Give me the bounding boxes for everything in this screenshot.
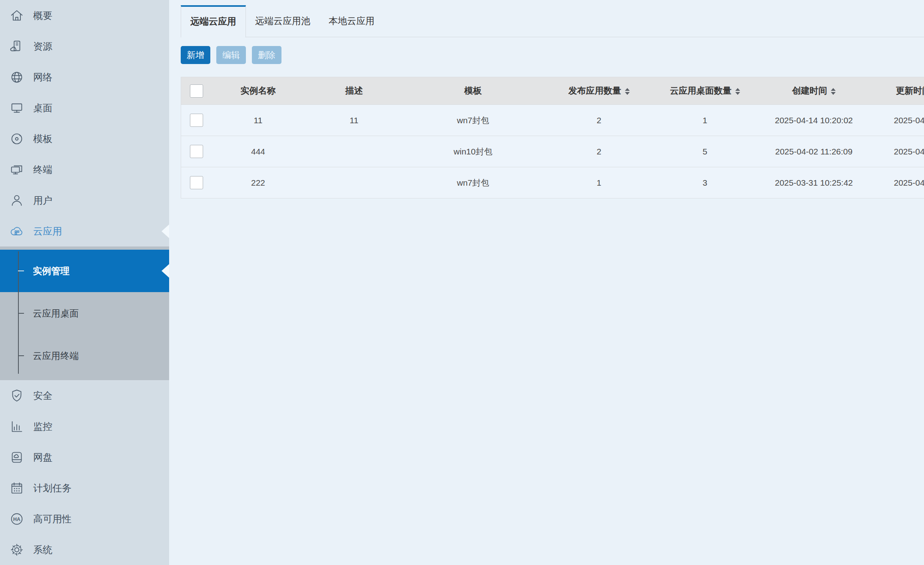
submenu-item-cloud-app-terminal[interactable]: 云应用终端 [0,335,169,377]
column-header-label: 更新时间 [896,86,924,96]
cell-cloud_desktop_count: 3 [656,167,754,198]
cell-cloud_desktop_count: 1 [656,105,754,136]
sort-icon[interactable] [735,88,740,95]
sidebar-item-system[interactable]: 系统 [0,534,169,565]
selected-edge-arrow [162,224,169,238]
svg-text:HA: HA [13,516,20,522]
sidebar-item-resource[interactable]: 资源 [0,31,169,62]
system-icon [9,542,24,557]
column-header-published_app_count[interactable]: 发布应用数量 [542,77,656,105]
tab-2[interactable]: 本地云应用 [319,5,384,37]
sidebar-item-home[interactable]: 概要 [0,0,169,31]
cell-instance_name: 444 [212,136,304,167]
submenu-item-cloud-app-desktop[interactable]: 云应用桌面 [0,292,169,335]
table-row: 222wn7封包132025-03-31 10:25:422025-04-03 [181,167,924,198]
cell-template: wn7封包 [404,105,542,136]
select-all-checkbox[interactable] [190,84,203,98]
cell-published_app_count: 2 [542,105,656,136]
tab-1[interactable]: 远端云应用池 [246,5,319,37]
row-checkbox[interactable] [190,114,203,127]
sort-icon[interactable] [831,88,836,95]
column-header-cloud_desktop_count[interactable]: 云应用桌面数量 [656,77,754,105]
tab-0[interactable]: 远端云应用 [181,5,246,38]
cell-instance_name: 11 [212,105,304,136]
row-checkbox-cell [181,105,212,136]
sidebar-item-template[interactable]: 模板 [0,123,169,154]
column-header-template: 模板 [404,77,542,105]
home-icon [9,8,24,23]
table-body: 1111wn7封包212025-04-14 10:20:022025-04-14… [181,105,924,198]
column-header-instance_name: 实例名称 [212,77,304,105]
cell-description [304,167,404,198]
toolbar: 新增 编辑 删除 [181,46,924,64]
selected-edge-arrow [162,264,169,278]
row-checkbox[interactable] [190,176,203,189]
sidebar-item-label: 网络 [33,71,52,84]
desktop-icon [9,100,24,116]
sidebar-item-label: 安全 [33,389,52,402]
sidebar-item-label: 系统 [33,543,52,556]
cell-published_app_count: 1 [542,167,656,198]
column-header-label: 云应用桌面数量 [670,86,732,96]
submenu-item-instance-management[interactable]: 实例管理 [0,250,169,292]
monitoring-icon [9,419,24,434]
sidebar-item-network[interactable]: 网络 [0,62,169,92]
header-select-all-cell [181,77,212,105]
ha-icon: HA [9,511,24,527]
submenu-item-label: 云应用终端 [33,350,79,362]
sidebar: 概要资源网络桌面模板终端用户云应用 实例管理云应用桌面云应用终端 安全监控网盘计… [0,0,169,565]
table-row: 444win10封包252025-04-02 11:26:092025-04-0… [181,136,924,167]
user-icon [9,193,24,208]
column-header-description: 描述 [304,77,404,105]
edit-button[interactable]: 编辑 [216,46,246,64]
sidebar-item-label: 桌面 [33,102,52,114]
add-button[interactable]: 新增 [181,46,210,64]
cell-description: 11 [304,105,404,136]
cell-template: wn7封包 [404,167,542,198]
cell-created_at: 2025-04-14 10:20:02 [754,105,874,136]
column-header-updated_at[interactable]: 更新时间 [874,77,924,105]
sort-icon[interactable] [625,88,630,95]
sidebar-item-label: 监控 [33,420,52,433]
schedule-icon [9,481,24,496]
terminal-icon [9,162,24,177]
sidebar-item-label: 网盘 [33,451,52,464]
column-header-created_at[interactable]: 创建时间 [754,77,874,105]
sidebar-top-group: 概要资源网络桌面模板终端用户云应用 [0,0,169,246]
row-checkbox-cell [181,167,212,198]
sidebar-item-schedule[interactable]: 计划任务 [0,473,169,503]
sidebar-item-netdisk[interactable]: 网盘 [0,442,169,473]
table-header-row: 实例名称描述模板发布应用数量云应用桌面数量创建时间更新时间 [181,77,924,105]
sidebar-item-label: 用户 [33,194,52,207]
sidebar-item-ha[interactable]: HA高可用性 [0,503,169,534]
tree-tick [18,270,24,271]
sidebar-item-label: 概要 [33,9,52,22]
cloud-app-submenu: 实例管理云应用桌面云应用终端 [0,246,169,380]
sidebar-item-monitoring[interactable]: 监控 [0,411,169,442]
tree-tick [18,313,24,314]
sidebar-item-user[interactable]: 用户 [0,185,169,216]
sidebar-item-label: 终端 [33,163,52,176]
cell-updated_at: 2025-04-14 [874,105,924,136]
cell-template: win10封包 [404,136,542,167]
sidebar-item-label: 高可用性 [33,513,72,525]
column-header-label: 发布应用数量 [569,86,621,96]
instances-table: 实例名称描述模板发布应用数量云应用桌面数量创建时间更新时间 1111wn7封包2… [181,77,924,198]
column-header-label: 描述 [345,86,363,96]
sidebar-item-label: 模板 [33,132,52,145]
delete-button[interactable]: 删除 [252,46,281,64]
table-row: 1111wn7封包212025-04-14 10:20:022025-04-14 [181,105,924,136]
cell-created_at: 2025-03-31 10:25:42 [754,167,874,198]
cloud-app-icon [9,224,24,239]
tree-tick [18,355,24,356]
sidebar-item-desktop[interactable]: 桌面 [0,92,169,123]
sidebar-item-terminal[interactable]: 终端 [0,154,169,185]
sidebar-item-cloud-app[interactable]: 云应用 [0,216,169,246]
column-header-label: 创建时间 [792,86,827,96]
row-checkbox[interactable] [190,145,203,158]
sidebar-item-label: 云应用 [33,225,62,238]
main-content: 远端云应用远端云应用池本地云应用 新增 编辑 删除 实例名称描述模板发布应用数量… [169,0,924,565]
sidebar-item-security[interactable]: 安全 [0,380,169,411]
cell-instance_name: 222 [212,167,304,198]
template-icon [9,131,24,146]
